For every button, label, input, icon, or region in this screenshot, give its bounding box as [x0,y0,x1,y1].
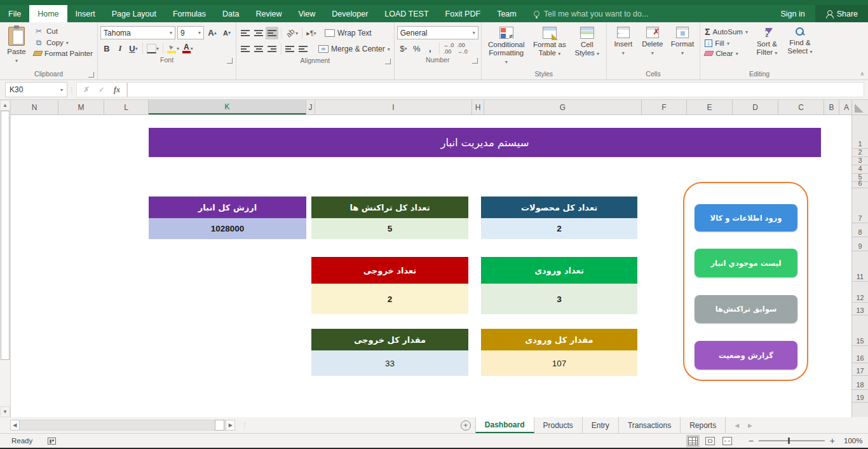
top-align-button[interactable] [239,27,252,39]
ribbon-tab-developer[interactable]: Developer [323,5,376,22]
row-header-9[interactable]: 9 [852,237,868,251]
align-right-button[interactable] [266,43,278,55]
formula-input[interactable] [127,82,864,97]
horizontal-scroll-thumb[interactable] [215,420,225,431]
font-color-button[interactable]: A▾ [181,42,194,55]
scroll-left-arrow[interactable]: ◀ [10,420,20,431]
row-header-16[interactable]: 16 [852,346,868,363]
collapse-ribbon-button[interactable]: ∧ [860,71,864,77]
currency-format-button[interactable]: $▾ [397,42,410,55]
align-center-button[interactable] [252,43,265,55]
column-header-F[interactable]: F [642,100,687,114]
sort-filter-button[interactable]: AZ Sort & Filter ▾ [751,24,783,59]
row-header-13[interactable]: 13 [852,303,868,315]
orientation-button[interactable]: ab▾ [284,27,299,39]
number-format-combo[interactable]: General▾ [397,26,478,39]
column-header-A[interactable]: A [839,100,851,114]
insert-cells-button[interactable]: Insert▾ [609,24,637,59]
column-header-H[interactable]: H [472,100,484,114]
sheet-tab-transactions[interactable]: Transactions [619,417,681,433]
column-header-G[interactable]: G [484,100,642,114]
horizontal-scrollbar[interactable]: ◀ ▶ ⋮ [0,417,249,433]
middle-align-button[interactable] [252,27,265,39]
tell-me-box[interactable]: Tell me what you want to do... [525,5,658,22]
number-dialog-launcher[interactable] [472,58,478,64]
decrease-indent-button[interactable] [284,43,297,55]
shrink-font-button[interactable]: A▾ [220,27,233,39]
ribbon-tab-review[interactable]: Review [247,5,290,22]
page-break-view-button[interactable] [722,437,732,445]
column-header-E[interactable]: E [687,100,733,114]
zoom-level[interactable]: 100% [844,437,868,445]
ribbon-tab-foxit-pdf[interactable]: Foxit PDF [437,5,489,22]
font-size-combo[interactable]: 9▾ [177,26,204,39]
scroll-up-arrow[interactable]: ▲ [0,100,10,111]
scroll-down-arrow[interactable]: ▼ [0,406,10,417]
ribbon-tab-insert[interactable]: Insert [67,5,104,22]
ribbon-tab-page-layout[interactable]: Page Layout [104,5,165,22]
conditional-formatting-button[interactable]: Conditional Formatting ▾ [484,24,529,67]
format-painter-button[interactable]: Format Painter [32,49,95,58]
ribbon-tab-team[interactable]: Team [489,5,525,22]
share-button[interactable]: Share [815,5,868,22]
insert-function-button[interactable]: fx [110,85,124,95]
align-left-button[interactable] [239,43,252,55]
ribbon-tab-file[interactable]: File [0,5,29,22]
merge-center-button[interactable]: Merge & Center▾ [317,43,391,55]
borders-button[interactable]: ▾ [146,42,160,55]
vertical-scroll-thumb[interactable] [1,111,10,360]
format-as-table-button[interactable]: Format as Table ▾ [530,24,569,59]
cancel-entry-button[interactable]: ✗ [79,85,93,94]
clear-button[interactable]: Clear ▾ [703,49,750,58]
normal-view-button[interactable] [688,437,698,445]
wrap-text-button[interactable]: Wrap Text [323,27,373,39]
italic-button[interactable]: I [114,42,126,55]
row-header-15[interactable]: 15 [852,315,868,346]
sheet-tab-entry[interactable]: Entry [583,417,619,433]
column-header-L[interactable]: L [104,100,149,114]
increase-decimal-button[interactable]: ←.0.00 [442,42,456,55]
row-header-1[interactable]: 1 [852,115,868,149]
sheet-tab-products[interactable]: Products [534,417,583,433]
column-header-N[interactable]: N [11,100,58,114]
vertical-scrollbar[interactable]: ▲ ▼ [0,100,11,417]
bold-button[interactable]: B [100,42,113,55]
row-header-7[interactable]: 7 [852,188,868,223]
row-header-8[interactable]: 8 [852,223,868,237]
ribbon-tab-view[interactable]: View [290,5,323,22]
font-dialog-launcher[interactable] [227,58,233,64]
row-header-11[interactable]: 11 [852,251,868,282]
nav-button-status-report[interactable]: گزارش وضعیت [695,341,797,370]
nav-button-transaction-history[interactable]: سوابق تراکنش‌ها [695,295,797,323]
column-header-M[interactable]: M [58,100,104,114]
find-select-button[interactable]: Find & Select ▾ [784,24,816,57]
row-header-19[interactable]: 19 [852,390,868,403]
nav-button-data-entry[interactable]: ورود اطلاعات و کالا [695,204,797,231]
zoom-in-button[interactable]: + [830,438,835,444]
percent-format-button[interactable]: % [410,42,423,55]
column-header-J[interactable]: J [306,100,315,114]
column-header-C[interactable]: C [778,100,824,114]
increase-indent-button[interactable] [297,43,310,55]
underline-button[interactable]: U▾ [127,42,140,55]
ribbon-tab-formulas[interactable]: Formulas [165,5,214,22]
sheet-tab-dashboard[interactable]: Dashboard [475,417,534,433]
prev-sheet-arrow[interactable]: ◀ [735,422,739,429]
zoom-slider[interactable] [759,440,825,441]
column-header-I[interactable]: I [315,100,472,114]
alignment-dialog-launcher[interactable] [385,59,391,64]
format-cells-button[interactable]: Format▾ [668,24,697,59]
column-header-D[interactable]: D [733,100,778,114]
page-layout-view-button[interactable] [705,437,715,445]
decrease-decimal-button[interactable]: .00→.0 [456,42,469,55]
macro-record-icon[interactable] [48,438,56,445]
ribbon-tab-load-test[interactable]: LOAD TEST [376,5,437,22]
row-header-18[interactable]: 18 [852,376,868,390]
zoom-out-button[interactable]: − [749,438,754,444]
cell-styles-button[interactable]: Cell Styles ▾ [571,24,604,59]
fill-button[interactable]: ↓Fill ▾ [703,39,750,48]
copy-button[interactable]: ⧉Copy ▾ [32,38,95,48]
autosum-button[interactable]: ΣAutoSum ▾ [703,26,750,38]
name-box[interactable]: K30▾ [5,82,67,97]
bottom-align-button[interactable] [266,27,278,39]
